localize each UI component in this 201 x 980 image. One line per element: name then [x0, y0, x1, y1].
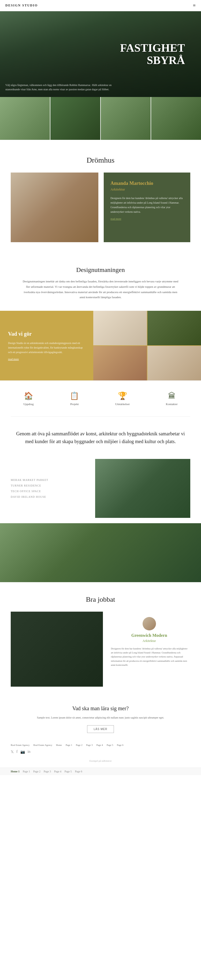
footer-nav-real-estate-2[interactable]: Real Estate Agency	[33, 744, 52, 746]
footer-nav-home[interactable]: Home	[56, 744, 62, 746]
vad-ska-title: Vad ska man lära sig mer?	[21, 705, 180, 711]
vad-title: Vad vi gör	[8, 331, 85, 337]
uppdrag-icon: 🏠	[24, 391, 33, 400]
menu-icon[interactable]: ≡	[193, 3, 196, 8]
dreamhouse-text-box: Amanda Martocchio Arkitektur Designern f…	[104, 173, 190, 242]
footer-nav: Real Estate Agency Real Estate Agency Ho…	[11, 744, 190, 746]
header: DESIGN STUDIO ≡	[0, 0, 201, 11]
vad-images	[93, 311, 201, 380]
gallery-item-1	[0, 97, 50, 140]
pagination-page6[interactable]: Page 6	[75, 770, 82, 773]
footer: Real Estate Agency Real Estate Agency Ho…	[0, 738, 201, 768]
vad-section: Vad vi gör Design Studio är en arkitekto…	[0, 311, 201, 380]
design-challenge-text: Designutmaningen innebär att tänka om de…	[21, 279, 180, 300]
vad-image-4	[147, 346, 201, 380]
pagination-page4[interactable]: Page 4	[54, 770, 61, 773]
design-challenge-title: Designutmaningen	[21, 266, 180, 274]
footer-nav-page3[interactable]: Page 3	[86, 744, 93, 746]
stat-uppdrag[interactable]: 🏠 Uppdrag	[23, 391, 34, 406]
bra-content: Greenwich Modern Arkitektur Designern fö…	[11, 612, 190, 687]
project-item-2[interactable]: TURNER RESIDENCE	[11, 484, 90, 487]
dreamhouse-image	[11, 173, 98, 242]
dreamhouse-title: Drömhus	[11, 156, 190, 164]
las-mer-button[interactable]: LÄS MER	[87, 725, 114, 733]
footer-nav-page2[interactable]: Page 2	[76, 744, 82, 746]
project-item-3[interactable]: TECH OFFICE SPACE	[11, 490, 90, 493]
vad-image-3	[93, 346, 147, 380]
pagination-page1[interactable]: Page 1	[23, 770, 30, 773]
stats-row: 🏠 Uppdrag 📋 Projekt 🏆 Utmärkelser 🏛 Kont…	[0, 380, 201, 416]
pagination-page5[interactable]: Page 5	[65, 770, 72, 773]
pagination-page2[interactable]: Page 2	[33, 770, 40, 773]
project-item-1[interactable]: MERAK MARKET PARKET	[11, 479, 90, 481]
kontakter-label: Kontakter	[166, 402, 178, 406]
stat-utmarkelser[interactable]: 🏆 Utmärkelser	[115, 391, 130, 406]
footer-nav-page6[interactable]: Page 6	[117, 744, 123, 746]
pagination-bar: Home 1 Page 1 Page 2 Page 3 Page 4 Page …	[0, 768, 201, 775]
dreamhouse-read-more[interactable]: read more	[110, 217, 183, 220]
bra-jobbat-section: Bra jobbat Greenwich Modern Arkitektur D…	[0, 582, 201, 692]
gallery-item-3	[101, 97, 151, 140]
projects-list: MERAK MARKET PARKET TURNER RESIDENCE TEC…	[11, 459, 95, 518]
bra-project-subtitle: Arkitektur	[111, 639, 188, 643]
utmarkelser-icon: 🏆	[118, 391, 127, 400]
vad-text-col: Vad vi gör Design Studio är en arkitekto…	[0, 311, 93, 380]
bra-description: Designern för dem har kundens 'drömhus p…	[111, 647, 188, 667]
pagination-home[interactable]: Home 1	[11, 770, 19, 773]
vad-ska-text: Sample text. Lorem ipsum dolor sit amet,…	[21, 715, 180, 720]
vad-ska-section: Vad ska man lära sig mer? Sample text. L…	[0, 692, 201, 738]
utmarkelser-label: Utmärkelser	[115, 402, 130, 406]
projects-section: MERAK MARKET PARKET TURNER RESIDENCE TEC…	[0, 459, 201, 523]
dreamhouse-description: Designern för dem har kundens 'drömhus p…	[110, 196, 183, 214]
projekt-icon: 📋	[70, 391, 79, 400]
project-item-4[interactable]: DAVID IRELAND HOUSE	[11, 495, 90, 498]
projects-image	[95, 459, 190, 518]
bra-text-box: Greenwich Modern Arkitektur Designern fö…	[108, 612, 190, 687]
dreamhouse-person-subtitle: Arkitektur	[110, 187, 183, 192]
hero-text: FASTIGHET SBYRÅ	[120, 42, 185, 67]
linkedin-icon[interactable]: in	[28, 749, 30, 754]
logo: DESIGN STUDIO	[5, 3, 38, 8]
footer-nav-page5[interactable]: Page 5	[107, 744, 113, 746]
hero-description: Välj några färgteman, välkommen och lägg…	[5, 83, 113, 92]
twitter-icon[interactable]: 𝕏	[11, 749, 14, 754]
uppdrag-label: Uppdrag	[23, 402, 34, 406]
footer-social: 𝕏 f 📷 in	[11, 749, 190, 754]
facebook-icon[interactable]: f	[16, 749, 18, 754]
bra-avatar	[143, 617, 156, 630]
footer-nav-page4[interactable]: Page 4	[96, 744, 103, 746]
bra-jobbat-title: Bra jobbat	[11, 595, 190, 604]
house-wide-image	[0, 523, 201, 582]
quote-text: Genom att öva på sammanflödet av konst, …	[16, 430, 185, 445]
gallery-item-2	[50, 97, 100, 140]
gallery-item-4	[151, 97, 201, 140]
hero-title: FASTIGHET SBYRÅ	[120, 42, 185, 67]
vad-image-1	[93, 311, 147, 345]
vad-read-more[interactable]: read more	[8, 358, 85, 361]
design-challenge-section: Designutmaningen Designutmaningen innebä…	[0, 253, 201, 311]
instagram-icon[interactable]: 📷	[21, 749, 25, 754]
kontakter-icon: 🏛	[168, 391, 175, 400]
bra-image	[11, 612, 103, 687]
dreamhouse-section: Drömhus Amanda Martocchio Arkitektur Des…	[0, 140, 201, 253]
stat-kontakter[interactable]: 🏛 Kontakter	[166, 391, 178, 406]
quote-section: Genom att öva på sammanflödet av konst, …	[0, 417, 201, 459]
footer-copyright: Exempel på sidfotstext	[11, 759, 190, 762]
dreamhouse-content: Amanda Martocchio Arkitektur Designern f…	[11, 173, 190, 242]
footer-nav-real-estate-1[interactable]: Real Estate Agency	[11, 744, 29, 746]
projekt-label: Projekt	[70, 402, 79, 406]
stat-projekt[interactable]: 📋 Projekt	[70, 391, 79, 406]
footer-nav-page1[interactable]: Page 1	[65, 744, 72, 746]
bra-project-name: Greenwich Modern	[111, 633, 188, 638]
dreamhouse-person-name: Amanda Martocchio	[110, 181, 183, 186]
vad-image-2	[147, 311, 201, 345]
vad-description: Design Studio är en arkitektonisk och st…	[8, 341, 85, 355]
pagination-page3[interactable]: Page 3	[44, 770, 51, 773]
hero-section: FASTIGHET SBYRÅ Välj några färgteman, vä…	[0, 11, 201, 97]
gallery-row	[0, 97, 201, 140]
